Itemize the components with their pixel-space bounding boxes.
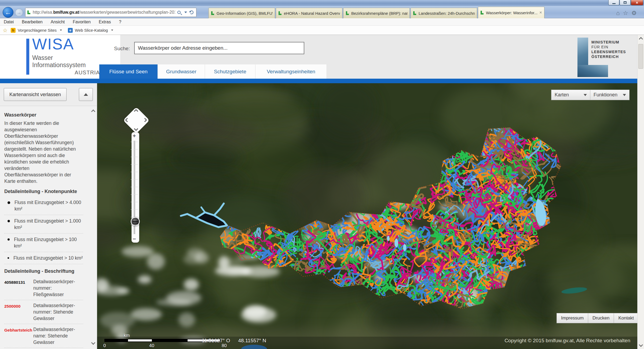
scale-tick: 0: [103, 343, 106, 348]
home-icon[interactable]: ⌂: [616, 10, 620, 17]
menu-ansicht[interactable]: Ansicht: [51, 20, 65, 24]
legend-item: GebhartsteichDetailwasserkörper-name: St…: [4, 324, 83, 348]
favorites-item-web-slice[interactable]: Web Slice-Katalog: [75, 28, 108, 32]
scroll-up-icon[interactable]: [91, 110, 96, 114]
scale-tick: 40: [149, 343, 154, 348]
browser-quick-icons: ⌂ ☆ ⚙: [616, 10, 637, 17]
scroll-down-icon[interactable]: [639, 343, 643, 347]
tab-favicon: [346, 11, 349, 15]
site-header: WISA Wasser Informationssystem AUSTRIA S…: [0, 35, 637, 79]
close-button[interactable]: ×: [631, 0, 643, 5]
kontakt-button[interactable]: Kontakt: [614, 313, 637, 323]
coordinate-east: 11.51627° O: [202, 338, 230, 344]
menu-extras[interactable]: Extras: [99, 20, 111, 24]
zoom-tick: [131, 202, 138, 202]
zoom-out-icon[interactable]: −: [130, 236, 138, 242]
copyright-notice: Copyright © 2015 bmlfuw.gv.at, Alle Rech…: [504, 338, 630, 344]
browser-tab-2[interactable]: eHORA - Natural Hazard Overv...: [276, 8, 342, 18]
map-zoom-slider[interactable]: + −: [130, 132, 141, 243]
address-bar[interactable]: http://wisa.bmlfuw.gv.at/wasserkarten/ge…: [25, 8, 196, 17]
scale-unit: km: [124, 333, 130, 338]
chevron-down-icon: [623, 94, 626, 96]
menu-help[interactable]: ?: [119, 20, 121, 24]
menu-favoriten[interactable]: Favoriten: [73, 20, 91, 24]
ministry-logo-image: [577, 65, 608, 77]
tab-favicon: [413, 11, 417, 15]
leave-map-view-button[interactable]: Kartenansicht verlassen: [4, 88, 67, 101]
wisa-subtitle-2: Informationssystem: [32, 61, 86, 69]
drucken-button[interactable]: Drucken: [588, 313, 614, 323]
satellite-map[interactable]: [97, 83, 637, 349]
search-icon[interactable]: [177, 11, 181, 14]
funktionen-dropdown[interactable]: Funktionen: [590, 90, 630, 100]
scale-segment: [128, 339, 152, 341]
minimize-button[interactable]: [608, 0, 619, 5]
chevron-down-icon[interactable]: [60, 30, 62, 31]
tab-schutzgebiete[interactable]: Schutzgebiete: [205, 64, 255, 79]
favorites-star-icon[interactable]: ☆: [623, 10, 628, 17]
legend-section-title: Detaileinteilung - Knotenpunkte: [4, 189, 83, 194]
browser-tab-4[interactable]: Landesstraßen: 24h-Durchschn...: [411, 8, 477, 18]
wisa-subtitle-3: AUSTRIA: [32, 70, 100, 76]
browser-scrollbar[interactable]: [637, 35, 644, 349]
back-button[interactable]: ←: [3, 7, 13, 18]
scroll-down-icon[interactable]: [91, 341, 96, 345]
maximize-button[interactable]: [620, 0, 631, 5]
karten-dropdown[interactable]: Karten: [551, 90, 590, 100]
chevron-down-icon: [584, 94, 587, 96]
scale-tick: 80: [222, 343, 227, 348]
browser-favorites-bar: ☆ b Vorgeschlagene Sites e Web Slice-Kat…: [0, 26, 644, 35]
refresh-icon[interactable]: [190, 10, 193, 14]
settings-gear-icon[interactable]: ⚙: [631, 10, 637, 17]
legend-item: Fluss mit Einzugsgebiet > 10 km²: [4, 252, 83, 264]
zoom-tick: [131, 172, 138, 172]
legend-item: Fluss mit Einzugsgebiet > 100 km²: [4, 234, 83, 252]
scroll-up-icon[interactable]: [639, 37, 643, 41]
forward-button[interactable]: →: [15, 9, 23, 17]
node-dot-icon: [8, 220, 10, 222]
zoom-track[interactable]: [131, 132, 139, 243]
web-slice-icon: e: [68, 28, 73, 33]
tab-verwaltungseinheiten[interactable]: Verwaltungseinheiten: [255, 64, 327, 79]
site-favicon: [27, 10, 31, 14]
map-dropdowns: Karten Funktionen: [551, 90, 630, 100]
zoom-tick: [131, 164, 138, 165]
chevron-down-icon[interactable]: [111, 30, 113, 31]
map-canvas[interactable]: + − Karten Funktionen Impressum Drucken …: [97, 83, 637, 349]
zoom-tick: [131, 142, 138, 142]
search-input[interactable]: [134, 42, 304, 54]
zoom-tick: [131, 209, 138, 210]
zoom-tick: [131, 194, 138, 195]
triangle-up-icon: [84, 93, 88, 96]
menu-bearbeiten[interactable]: Bearbeiten: [22, 20, 42, 24]
browser-tab-3[interactable]: Bezirksrahmenpläne (BRP): nat...: [343, 8, 410, 18]
menu-datei[interactable]: Datei: [4, 20, 14, 24]
scrollbar-thumb[interactable]: [638, 44, 643, 69]
wisa-subtitle-1: Wasser: [32, 54, 53, 61]
tab-fluesse-und-seen[interactable]: Flüsse und Seen: [99, 64, 158, 79]
browser-tab-1[interactable]: Geo-Information (GIS), BMLFUW: [208, 8, 275, 18]
coordinate-north: 48.11557° N: [238, 338, 266, 344]
tab-grundwasser[interactable]: Grundwasser: [158, 64, 205, 79]
window-controls: ×: [608, 0, 643, 5]
zoom-in-icon[interactable]: +: [130, 133, 138, 139]
browser-tab-active[interactable]: Wasserkörper: Wasserinfor...×: [478, 7, 544, 18]
wisa-logo-bar: [26, 39, 29, 75]
node-dot-icon: [8, 201, 10, 204]
url-text[interactable]: http://wisa.bmlfuw.gv.at/wasserkarten/ge…: [33, 10, 175, 15]
suggested-sites-icon: b: [11, 28, 16, 33]
address-dropdown-icon[interactable]: [184, 12, 187, 13]
add-favorite-icon[interactable]: ☆: [3, 27, 8, 34]
map-pan-control[interactable]: [122, 106, 150, 134]
zoom-tick: [131, 224, 138, 225]
tab-close-icon[interactable]: ×: [539, 10, 542, 15]
window-titlebar: [0, 0, 644, 6]
collapse-panel-button[interactable]: [79, 88, 93, 101]
browser-tabstrip: Geo-Information (GIS), BMLFUW eHORA - Na…: [208, 7, 545, 18]
impressum-button[interactable]: Impressum: [557, 313, 588, 323]
favorites-item-suggested-sites[interactable]: Vorgeschlagene Sites: [18, 28, 57, 32]
minimize-icon: [612, 3, 616, 4]
node-dot-icon: [8, 238, 10, 241]
legend-item: Fluss mit Einzugsgebiet > 4.000 km²: [4, 197, 83, 215]
close-icon: ×: [636, 0, 638, 5]
